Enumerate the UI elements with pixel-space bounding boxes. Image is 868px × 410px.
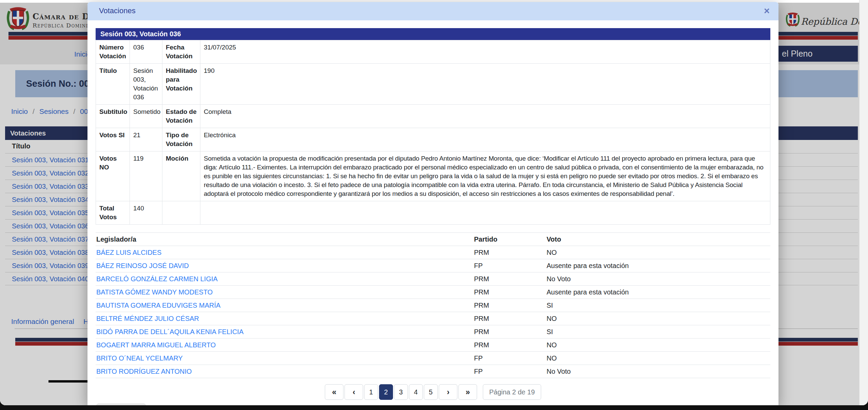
party-cell: PRM xyxy=(473,246,546,259)
legislator-link[interactable]: BATISTA GÓMEZ WANDY MODESTO xyxy=(96,286,473,299)
modal-title: Votaciones xyxy=(99,6,136,15)
detail-value xyxy=(200,201,770,225)
page-status: Página 2 de 19 xyxy=(483,384,541,400)
vote-cell: NO xyxy=(546,246,770,259)
detail-value: 190 xyxy=(200,64,770,105)
close-icon[interactable]: × xyxy=(764,5,770,17)
party-cell: PRM xyxy=(473,299,546,312)
modal-header: Votaciones × xyxy=(87,2,778,20)
table-row: BOGAERT MARRA MIGUEL ALBERTO PRM NO xyxy=(96,339,770,352)
vote-cell: SI xyxy=(546,299,770,312)
party-cell: FP xyxy=(473,352,546,365)
detail-value: Sometido xyxy=(130,105,162,128)
detail-label: Total Votos xyxy=(96,201,130,225)
vote-cell: No Voto xyxy=(546,365,770,378)
detail-value: Electrónica xyxy=(200,128,770,151)
party-cell: FP xyxy=(473,259,546,272)
table-row: BIDÓ PARRA DE DELL´AQUILA KENIA FELICIA … xyxy=(96,325,770,339)
detail-value: Completa xyxy=(200,105,770,128)
legislator-link[interactable]: BARCELÓ GONZÁLEZ CARMEN LIGIA xyxy=(96,272,473,286)
detail-label: Fecha Votación xyxy=(162,40,200,64)
modal-body: Sesión 003, Votación 036 Número Votación… xyxy=(87,28,778,405)
party-cell: PRM xyxy=(473,286,546,299)
votaciones-modal: Votaciones × Sesión 003, Votación 036 Nú… xyxy=(87,2,778,405)
detail-label: Número Votación xyxy=(96,40,130,64)
page-button-2-active[interactable]: 2 xyxy=(379,384,393,400)
vote-cell: NO xyxy=(546,339,770,352)
legislator-link[interactable]: BÁEZ REINOSO JOSÉ DAVID xyxy=(96,259,473,272)
legislator-link[interactable]: BIDÓ PARRA DE DELL´AQUILA KENIA FELICIA xyxy=(96,325,473,339)
legislator-link[interactable]: BRITO RODRÍGUEZ ANTONIO xyxy=(96,365,473,378)
next-page-button[interactable]: › xyxy=(439,384,457,400)
detail-value: 140 xyxy=(130,201,162,225)
party-cell: PRM xyxy=(473,325,546,339)
browser-window: Cámara de Diputados República Dominicana xyxy=(0,0,868,405)
detail-label: Moción xyxy=(162,151,200,201)
detail-label xyxy=(162,201,200,225)
table-row: BÁEZ REINOSO JOSÉ DAVID FP Ausente para … xyxy=(96,259,770,272)
vote-section-header: Sesión 003, Votación 036 xyxy=(96,28,770,40)
first-page-button[interactable]: « xyxy=(325,384,343,400)
party-cell: PRM xyxy=(473,272,546,286)
prev-page-button[interactable]: ‹ xyxy=(344,384,363,400)
col-header-voto: Voto xyxy=(546,233,770,246)
table-row: BELTRÉ MÉNDEZ JULIO CÉSAR PRM NO xyxy=(96,312,770,325)
party-cell: FP xyxy=(473,365,546,378)
scrollbar-track[interactable] xyxy=(859,0,868,405)
table-row: Número Votación 036 Fecha Votación 31/07… xyxy=(96,40,770,64)
legislator-link[interactable]: BOGAERT MARRA MIGUEL ALBERTO xyxy=(96,339,473,352)
legislator-link[interactable]: BAUTISTA GOMERA EDUVIGES MARÍA xyxy=(96,299,473,312)
page-button-5[interactable]: 5 xyxy=(424,384,438,400)
legislators-table: Legislador/a Partido Voto BÁEZ LUIS ALCI… xyxy=(96,232,770,378)
last-page-button[interactable]: » xyxy=(458,384,477,400)
vote-cell: Ausente para esta votación xyxy=(546,286,770,299)
vote-details-table: Número Votación 036 Fecha Votación 31/07… xyxy=(96,40,770,225)
detail-label: Estado de Votación xyxy=(162,105,200,128)
table-row: Votos SI 21 Tipo de Votación Electrónica xyxy=(96,128,770,151)
vote-cell: Ausente para esta votación xyxy=(546,259,770,272)
legislator-link[interactable]: BÁEZ LUIS ALCIDES xyxy=(96,246,473,259)
table-row: BATISTA GÓMEZ WANDY MODESTO PRM Ausente … xyxy=(96,286,770,299)
detail-value: 31/07/2025 xyxy=(200,40,770,64)
table-row: Votos NO 119 Moción Sometida a votación … xyxy=(96,151,770,201)
detail-value: 21 xyxy=(130,128,162,151)
table-row: BRITO RODRÍGUEZ ANTONIO FP No Voto xyxy=(96,365,770,378)
legislator-link[interactable]: BELTRÉ MÉNDEZ JULIO CÉSAR xyxy=(96,312,473,325)
table-header-row: Legislador/a Partido Voto xyxy=(96,233,770,246)
vote-cell: NO xyxy=(546,312,770,325)
mocion-text: Sometida a votación la propuesta de modi… xyxy=(200,151,770,201)
vote-cell: No Voto xyxy=(546,272,770,286)
table-row: Total Votos 140 xyxy=(96,201,770,225)
detail-value: 119 xyxy=(130,151,162,201)
vote-cell: SI xyxy=(546,325,770,339)
detail-label: Votos NO xyxy=(96,151,130,201)
table-row: BRITO O´NEAL YCELMARY FP NO xyxy=(96,352,770,365)
cropped-bottom-button[interactable] xyxy=(96,404,146,405)
table-row: Título Sesión 003, Votación 036 Habilita… xyxy=(96,64,770,105)
detail-label: Subtitulo xyxy=(96,105,130,128)
detail-label: Habilitado para Votación xyxy=(162,64,200,105)
detail-label: Votos SI xyxy=(96,128,130,151)
table-row: BAUTISTA GOMERA EDUVIGES MARÍA PRM SI xyxy=(96,299,770,312)
page-button-3[interactable]: 3 xyxy=(394,384,408,400)
party-cell: PRM xyxy=(473,312,546,325)
detail-label: Título xyxy=(96,64,130,105)
detail-value: Sesión 003, Votación 036 xyxy=(130,64,162,105)
detail-label: Tipo de Votación xyxy=(162,128,200,151)
table-row: Subtitulo Sometido Estado de Votación Co… xyxy=(96,105,770,128)
page-button-1[interactable]: 1 xyxy=(364,384,378,400)
detail-value: 036 xyxy=(130,40,162,64)
col-header-partido: Partido xyxy=(473,233,546,246)
table-row: BÁEZ LUIS ALCIDES PRM NO xyxy=(96,246,770,259)
table-row: BARCELÓ GONZÁLEZ CARMEN LIGIA PRM No Vot… xyxy=(96,272,770,286)
legislator-link[interactable]: BRITO O´NEAL YCELMARY xyxy=(96,352,473,365)
vote-cell: NO xyxy=(546,352,770,365)
party-cell: PRM xyxy=(473,339,546,352)
col-header-legislador: Legislador/a xyxy=(96,233,473,246)
page-button-4[interactable]: 4 xyxy=(409,384,423,400)
pagination: « ‹ 1 2 3 4 5 › » Página 2 de 19 xyxy=(96,384,770,400)
